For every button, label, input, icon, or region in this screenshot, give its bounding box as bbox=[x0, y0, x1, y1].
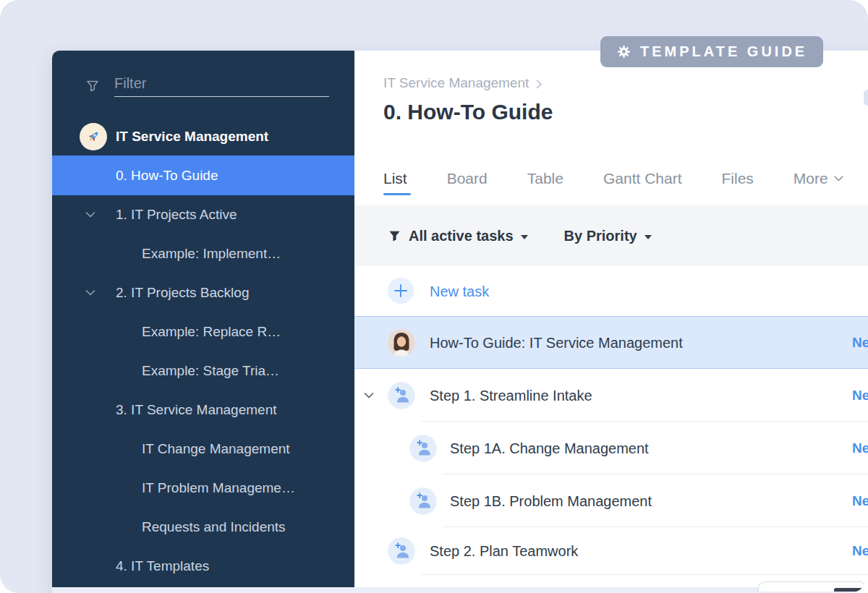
sidebar-item-label: 1. IT Projects Active bbox=[116, 207, 237, 223]
new-task-button[interactable]: New task bbox=[354, 266, 868, 316]
sidebar-item-it-problem-management[interactable]: IT Problem Manageme… bbox=[52, 469, 354, 508]
task-row-step-1a[interactable]: Step 1A. Change Management New bbox=[354, 422, 868, 474]
sidebar-item-label: Example: Implement… bbox=[142, 246, 281, 262]
sidebar-item-label: 0. How-To Guide bbox=[116, 168, 218, 184]
sidebar-item-label: IT Problem Manageme… bbox=[142, 480, 295, 496]
tab-list[interactable]: List bbox=[383, 170, 407, 187]
task-row-step-1[interactable]: Step 1. Streamline Intake New bbox=[354, 369, 868, 422]
chevron-down-icon[interactable] bbox=[85, 290, 95, 296]
sidebar-item-example-replace[interactable]: Example: Replace R… bbox=[52, 312, 354, 351]
sidebar-item-requests-and-incidents[interactable]: Requests and Incidents bbox=[52, 508, 354, 547]
screenshot-frame: TEMPLATE GUIDE bbox=[0, 0, 868, 593]
filter-input[interactable] bbox=[114, 71, 329, 97]
sidebar-item-it-templates[interactable]: 4. IT Templates bbox=[52, 547, 354, 586]
view-tabs: List Board Table Gantt Chart Files More bbox=[354, 163, 868, 195]
sidebar-filter bbox=[52, 65, 354, 108]
filter-bar: All active tasks By Priority bbox=[354, 205, 868, 266]
app-window: IT Service Management 0. How-To Guide 1.… bbox=[52, 51, 868, 593]
sidebar-item-label: Requests and Incidents bbox=[142, 519, 286, 535]
chevron-down-icon[interactable] bbox=[364, 392, 374, 398]
sidebar-item-it-change-management[interactable]: IT Change Management bbox=[52, 430, 354, 469]
sidebar-item-label: 4. IT Templates bbox=[116, 558, 209, 574]
active-tab-indicator bbox=[383, 193, 411, 195]
assign-person-icon bbox=[409, 487, 437, 515]
template-guide-label: TEMPLATE GUIDE bbox=[640, 43, 807, 60]
assign-person-icon bbox=[388, 382, 415, 409]
breadcrumb-link[interactable]: IT Service Management bbox=[383, 75, 529, 91]
tab-table[interactable]: Table bbox=[527, 170, 563, 187]
task-title[interactable]: Step 1B. Problem Management bbox=[450, 492, 652, 509]
cutoff-edge-button bbox=[864, 90, 868, 106]
task-title[interactable]: Step 1A. Change Management bbox=[450, 440, 649, 456]
new-task-label: New task bbox=[430, 283, 489, 299]
task-status[interactable]: New bbox=[852, 440, 868, 456]
sidebar-item-it-projects-active[interactable]: 1. IT Projects Active bbox=[52, 195, 354, 234]
sidebar-item-how-to-guide[interactable]: 0. How-To Guide bbox=[52, 155, 354, 195]
bottom-strip bbox=[52, 587, 868, 593]
sidebar-item-label: 3. IT Service Management bbox=[116, 402, 276, 418]
assign-person-icon bbox=[388, 537, 415, 565]
task-title[interactable]: Step 2. Plan Teamwork bbox=[430, 543, 578, 560]
filter-funnel-icon bbox=[85, 79, 100, 96]
tab-more[interactable]: More bbox=[793, 170, 843, 187]
tab-more-label: More bbox=[793, 170, 828, 187]
sidebar-item-label: Example: Stage Tria… bbox=[142, 363, 279, 379]
sidebar: IT Service Management 0. How-To Guide 1.… bbox=[52, 51, 354, 587]
task-title[interactable]: How-To Guide: IT Service Management bbox=[430, 334, 683, 351]
sidebar-item-label: 2. IT Projects Backlog bbox=[116, 285, 249, 301]
sidebar-item-it-service-management[interactable]: 3. IT Service Management bbox=[52, 391, 354, 430]
caret-down-icon bbox=[644, 235, 652, 239]
breadcrumb[interactable]: IT Service Management bbox=[383, 75, 542, 91]
gear-icon bbox=[616, 44, 631, 59]
task-status[interactable]: New bbox=[852, 493, 868, 509]
template-guide-badge: TEMPLATE GUIDE bbox=[600, 36, 823, 67]
sidebar-item-label: IT Change Management bbox=[142, 441, 290, 457]
funnel-icon bbox=[388, 229, 401, 243]
task-status[interactable]: New bbox=[852, 335, 868, 351]
sort-by-priority-dropdown[interactable]: By Priority bbox=[564, 228, 652, 244]
task-row-how-to-guide[interactable]: How-To Guide: IT Service Management New bbox=[354, 316, 868, 369]
assign-person-icon bbox=[409, 435, 437, 462]
tab-board[interactable]: Board bbox=[447, 170, 488, 187]
sidebar-item-example-implement[interactable]: Example: Implement… bbox=[52, 234, 354, 273]
sort-dropdown-label: By Priority bbox=[564, 228, 637, 244]
task-row-step-1b[interactable]: Step 1B. Problem Management New bbox=[354, 474, 868, 527]
sidebar-project-root[interactable]: IT Service Management bbox=[52, 120, 354, 153]
page-title: 0. How-To Guide bbox=[383, 100, 553, 124]
chevron-down-icon bbox=[834, 176, 843, 182]
main-panel: IT Service Management 0. How-To Guide Li… bbox=[354, 51, 868, 593]
tab-gantt-chart[interactable]: Gantt Chart bbox=[603, 170, 682, 187]
cutoff-overlay-card bbox=[758, 581, 867, 592]
tab-files[interactable]: Files bbox=[722, 170, 754, 187]
filter-dropdown-label: All active tasks bbox=[409, 228, 514, 244]
project-name: IT Service Management bbox=[116, 129, 268, 145]
task-status[interactable]: New bbox=[852, 388, 868, 404]
dark-artifact bbox=[834, 588, 863, 592]
caret-down-icon bbox=[521, 235, 528, 239]
task-status[interactable]: New bbox=[852, 543, 868, 559]
task-title[interactable]: Step 1. Streamline Intake bbox=[430, 387, 592, 404]
task-row-step-2[interactable]: Step 2. Plan Teamwork New bbox=[354, 527, 868, 575]
active-tasks-filter-dropdown[interactable]: All active tasks bbox=[388, 228, 528, 244]
plus-icon bbox=[388, 278, 414, 304]
avatar bbox=[388, 329, 415, 357]
sidebar-item-it-projects-backlog[interactable]: 2. IT Projects Backlog bbox=[52, 273, 354, 312]
rocket-icon bbox=[80, 123, 107, 150]
sidebar-item-label: Example: Replace R… bbox=[142, 324, 281, 340]
chevron-right-icon bbox=[536, 80, 542, 89]
sidebar-item-example-stage[interactable]: Example: Stage Tria… bbox=[52, 351, 354, 391]
chevron-down-icon[interactable] bbox=[85, 212, 95, 218]
